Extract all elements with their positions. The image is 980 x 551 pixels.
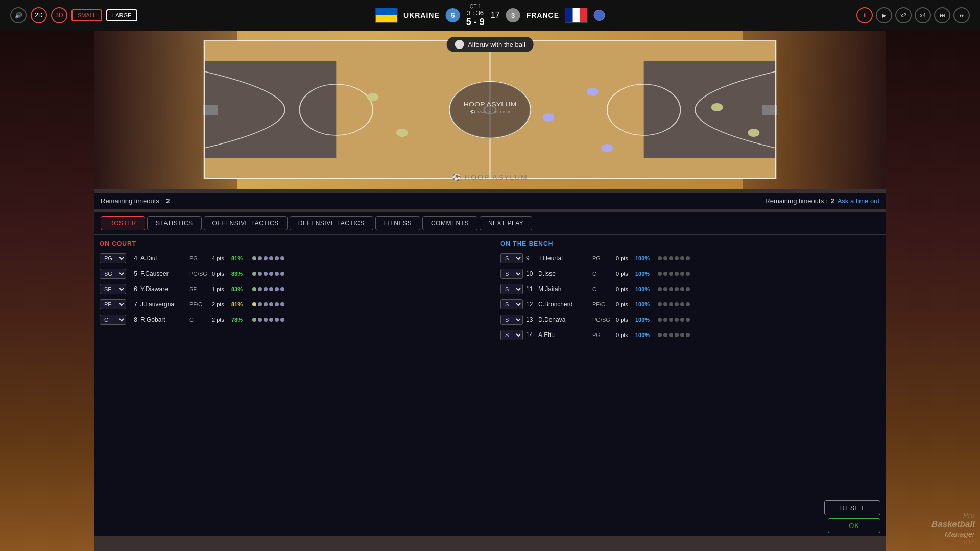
bench3-name: M.Jaitah: [538, 285, 589, 293]
player2-num: 5: [129, 270, 137, 277]
center-num: 17: [491, 11, 500, 20]
bench1-name: T.Heurtal: [538, 255, 589, 262]
match-time: 3 : 36: [466, 9, 485, 17]
france-flag: [565, 8, 588, 23]
speed-x2-button[interactable]: x2: [895, 7, 912, 23]
svg-point-17: [587, 88, 599, 96]
view-3d-button[interactable]: 3D: [51, 7, 67, 23]
dot: [686, 302, 690, 306]
tab-roster[interactable]: ROSTER: [101, 216, 145, 230]
dot: [275, 272, 279, 276]
dot: [686, 287, 690, 291]
player1-pos-select[interactable]: PGSGSFPFC: [100, 253, 126, 263]
player5-num: 8: [129, 316, 137, 323]
player3-role: SF: [189, 286, 209, 292]
match-score: 5 - 9: [466, 17, 485, 28]
player3-pts: 1 pts: [212, 286, 228, 292]
on-bench-title: ON THE BENCH: [500, 240, 880, 247]
dot: [258, 272, 262, 276]
dot: [258, 318, 262, 322]
dot: [280, 272, 284, 276]
bench5-num: 13: [526, 316, 535, 323]
tab-statistics[interactable]: STATISTICS: [147, 216, 202, 230]
view-2d-button[interactable]: 2D: [31, 7, 47, 23]
side-decoration-left: [0, 31, 94, 551]
dot: [280, 287, 284, 291]
dot: [264, 302, 268, 306]
player4-pts: 2 pts: [212, 301, 228, 307]
action-buttons: RESET OK: [824, 500, 880, 533]
end-button[interactable]: ⏭: [953, 7, 970, 23]
dot: [680, 272, 684, 276]
dot: [252, 287, 256, 291]
tab-offensive-tactics[interactable]: OFFENSIVE TACTICS: [204, 216, 288, 230]
table-row: CPGSGSFPF 8 R.Gobart C 2 pts 78%: [100, 313, 480, 327]
dot: [663, 256, 667, 260]
bench6-num: 14: [526, 331, 535, 339]
bench2-name: D.Isse: [538, 270, 589, 277]
player4-fitness: 81%: [231, 301, 249, 307]
bench1-select[interactable]: S: [500, 253, 523, 263]
bench5-select[interactable]: S: [500, 315, 523, 325]
player1-pts: 4 pts: [212, 255, 228, 261]
play-button[interactable]: ▶: [876, 7, 892, 23]
quarter-label: QT 1: [466, 4, 485, 9]
svg-point-16: [543, 113, 555, 122]
tab-comments[interactable]: COMMENTS: [422, 216, 477, 230]
bench5-pts: 0 pts: [616, 317, 632, 323]
bench6-fitness: 100%: [635, 332, 655, 338]
dot: [252, 272, 256, 276]
player2-role: PG/SG: [189, 271, 209, 277]
dot: [675, 256, 679, 260]
dot: [280, 302, 284, 306]
tab-fitness[interactable]: FITNESS: [375, 216, 420, 230]
tab-next-play[interactable]: NEXT PLAY: [480, 216, 532, 230]
player1-role: PG: [189, 255, 209, 261]
bench6-dots: [658, 333, 690, 337]
sound-button[interactable]: 🔊: [10, 7, 27, 23]
svg-point-14: [367, 93, 379, 101]
svg-text:HOOP ASYLUM: HOOP ASYLUM: [463, 102, 516, 107]
player5-pts: 2 pts: [212, 317, 228, 323]
svg-rect-2: [644, 61, 776, 158]
svg-text:⚽ MADE IN USA: ⚽ MADE IN USA: [469, 110, 511, 115]
speed-x4-button[interactable]: x4: [915, 7, 931, 23]
bench3-pts: 0 pts: [616, 286, 632, 292]
timeout-right: Remaining timeouts : 2 Ask a time out: [490, 193, 886, 209]
dot: [252, 256, 256, 260]
size-large-button[interactable]: LARGE: [106, 9, 137, 21]
tab-defensive-tactics[interactable]: DEFENSIVE TACTICS: [290, 216, 373, 230]
dot: [680, 318, 684, 322]
size-small-button[interactable]: SMALL: [71, 9, 102, 21]
team2-score-badge: 3: [506, 8, 520, 22]
ok-button[interactable]: OK: [828, 518, 880, 533]
skip-button[interactable]: ⏭: [934, 7, 950, 23]
bench4-num: 12: [526, 301, 535, 308]
dot: [258, 287, 262, 291]
svg-rect-1: [204, 61, 336, 158]
table-row: S 10 D.Isse C 0 pts 100%: [500, 267, 880, 281]
dot: [669, 287, 673, 291]
view-controls: 🔊 2D 3D SMALL LARGE: [10, 7, 137, 23]
player2-name: F.Causeer: [140, 270, 186, 277]
bench3-select[interactable]: S: [500, 284, 523, 294]
player5-pos-select[interactable]: CPGSGSFPF: [100, 315, 126, 325]
bench5-role: PG/SG: [592, 317, 613, 323]
bench6-select[interactable]: S: [500, 330, 523, 340]
bench5-dots: [658, 318, 690, 322]
table-row: PFPGSGSFC 7 J.Lauvergna PF/C 2 pts 81%: [100, 297, 480, 312]
bench4-select[interactable]: S: [500, 299, 523, 309]
pause-button[interactable]: ⏸: [856, 7, 873, 23]
player1-name: A.Diut: [140, 255, 186, 262]
dot: [675, 287, 679, 291]
svg-point-15: [396, 129, 408, 137]
dot: [663, 318, 667, 322]
dot: [669, 318, 673, 322]
reset-button[interactable]: RESET: [824, 500, 880, 515]
ask-timeout-link[interactable]: Ask a time out: [838, 197, 879, 205]
player3-pos-select[interactable]: SFPGSGPFC: [100, 284, 126, 294]
bench2-select[interactable]: S: [500, 269, 523, 279]
player2-pos-select[interactable]: SGPGSFPFC: [100, 269, 126, 279]
bench4-dots: [658, 302, 690, 306]
player4-pos-select[interactable]: PFPGSGSFC: [100, 299, 126, 309]
